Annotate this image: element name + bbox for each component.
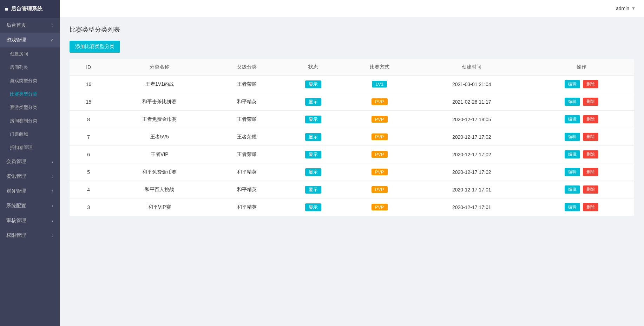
table-header: ID 分类名称 父级分类 状态 比赛方式 创建时间 操作: [70, 59, 634, 76]
cell-name: 王者VIP: [107, 146, 211, 163]
cell-status: 显示: [282, 163, 344, 181]
sidebar-submenu-label: 游戏类型分类: [10, 78, 37, 83]
sidebar-item-coupons[interactable]: 折扣卷管理: [0, 141, 60, 154]
edit-button[interactable]: 编辑: [565, 168, 580, 176]
sidebar-item-game-mgmt[interactable]: 游戏管理 ∨: [0, 33, 60, 47]
cell-status: 显示: [282, 198, 344, 216]
cell-created: 2020-12-17 18:05: [415, 111, 529, 128]
edit-button[interactable]: 编辑: [565, 80, 580, 88]
sidebar-submenu-label: 比赛类型分类: [10, 91, 37, 97]
sidebar-item-label: 财务管理: [6, 188, 26, 194]
sidebar-item-create-room[interactable]: 创建房间: [0, 47, 60, 61]
status-badge: 显示: [305, 168, 321, 176]
cell-name: 和平免费金币赛: [107, 163, 211, 181]
cell-name: 王者1V1约战: [107, 76, 211, 93]
mode-badge: PVP: [372, 133, 388, 140]
edit-button[interactable]: 编辑: [565, 185, 580, 194]
table-row: 6 王者VIP 王者荣耀 显示 PVP 2020-12-17 17:02 编辑 …: [70, 146, 634, 163]
cell-parent: 王者荣耀: [211, 76, 282, 93]
page-title: 比赛类型分类列表: [70, 25, 634, 34]
sidebar-submenu-label: 门票商城: [10, 131, 28, 137]
cell-id: 15: [70, 93, 107, 111]
cell-parent: 和平精英: [211, 181, 282, 198]
cell-id: 7: [70, 128, 107, 146]
mode-badge: 1V1: [372, 81, 387, 87]
sidebar-submenu-label: 房间赛制分类: [10, 118, 37, 123]
delete-button[interactable]: 删除: [583, 150, 598, 158]
cell-id: 16: [70, 76, 107, 93]
sidebar-submenu-label: 赛游类型分类: [10, 105, 37, 110]
cell-parent: 和平精英: [211, 93, 282, 111]
user-menu[interactable]: admin ▼: [616, 6, 636, 11]
cell-action: 编辑 删除: [529, 128, 634, 146]
sidebar-item-info-mgmt[interactable]: 资讯管理 ›: [0, 169, 60, 184]
chevron-right-icon: ›: [52, 233, 53, 238]
cell-status: 显示: [282, 76, 344, 93]
edit-button[interactable]: 编辑: [565, 150, 580, 158]
cell-name: 和平百人挑战: [107, 181, 211, 198]
sidebar-item-game-type[interactable]: 游戏类型分类: [0, 74, 60, 87]
sidebar-item-member-mgmt[interactable]: 会员管理 ›: [0, 154, 60, 169]
status-badge: 显示: [305, 80, 321, 88]
edit-button[interactable]: 编辑: [565, 115, 580, 123]
delete-button[interactable]: 删除: [583, 133, 598, 141]
header: admin ▼: [60, 0, 644, 17]
col-mode: 比赛方式: [344, 59, 415, 76]
cell-action: 编辑 删除: [529, 93, 634, 111]
cell-action: 编辑 删除: [529, 181, 634, 198]
sidebar-item-room-mode[interactable]: 赛游类型分类: [0, 101, 60, 114]
mode-badge: PVP: [372, 116, 388, 123]
table-row: 16 王者1V1约战 王者荣耀 显示 1V1 2021-03-01 21:04 …: [70, 76, 634, 93]
cell-name: 王者5V5: [107, 128, 211, 146]
sidebar-item-home[interactable]: 后台首页 ›: [0, 18, 60, 33]
table-row: 3 和平VIP赛 和平精英 显示 PVP 2020-12-17 17:01 编辑…: [70, 198, 634, 216]
sidebar-item-tickets[interactable]: 门票商城: [0, 128, 60, 141]
delete-button[interactable]: 删除: [583, 80, 598, 88]
cell-parent: 和平精英: [211, 198, 282, 216]
sidebar-submenu-label: 房间列表: [10, 65, 28, 70]
delete-button[interactable]: 删除: [583, 98, 598, 106]
cell-status: 显示: [282, 128, 344, 146]
cell-status: 显示: [282, 181, 344, 198]
match-type-table: ID 分类名称 父级分类 状态 比赛方式 创建时间 操作 16 王者1V1约战 …: [70, 59, 634, 216]
sidebar-item-match-type[interactable]: 比赛类型分类: [0, 87, 60, 101]
col-parent: 父级分类: [211, 59, 282, 76]
delete-button[interactable]: 删除: [583, 115, 598, 123]
sidebar-item-system-config[interactable]: 系统配置 ›: [0, 198, 60, 213]
chevron-right-icon: ›: [52, 203, 53, 208]
sidebar-item-audit-mgmt[interactable]: 审核管理 ›: [0, 213, 60, 228]
chevron-right-icon: ›: [52, 189, 53, 194]
edit-button[interactable]: 编辑: [565, 98, 580, 106]
app-title: 后台管理系统: [11, 6, 42, 12]
cell-status: 显示: [282, 111, 344, 128]
sidebar-item-permission-mgmt[interactable]: 权限管理 ›: [0, 228, 60, 243]
sidebar-item-label: 游戏管理: [6, 37, 26, 43]
chevron-right-icon: ›: [52, 159, 53, 164]
cell-mode: PVP: [344, 111, 415, 128]
col-action: 操作: [529, 59, 634, 76]
add-match-type-button[interactable]: 添加比赛类型分类: [70, 41, 120, 53]
cell-created: 2021-02-28 11:17: [415, 93, 529, 111]
sidebar-submenu-label: 折扣卷管理: [10, 145, 33, 150]
sidebar-item-label: 资讯管理: [6, 173, 26, 180]
content-area: 比赛类型分类列表 添加比赛类型分类 ID 分类名称 父级分类 状态 比赛方式 创…: [60, 17, 644, 326]
col-status: 状态: [282, 59, 344, 76]
edit-button[interactable]: 编辑: [565, 203, 580, 211]
cell-action: 编辑 删除: [529, 198, 634, 216]
mode-badge: PVP: [372, 98, 388, 105]
chevron-right-icon: ›: [52, 174, 53, 179]
chevron-right-icon: ›: [52, 23, 53, 28]
sidebar-item-room-system[interactable]: 房间赛制分类: [0, 114, 60, 128]
data-table-container: ID 分类名称 父级分类 状态 比赛方式 创建时间 操作 16 王者1V1约战 …: [70, 59, 634, 216]
cell-name: 和平VIP赛: [107, 198, 211, 216]
delete-button[interactable]: 删除: [583, 185, 598, 194]
edit-button[interactable]: 编辑: [565, 133, 580, 141]
delete-button[interactable]: 删除: [583, 203, 598, 211]
cell-id: 8: [70, 111, 107, 128]
sidebar-item-label: 审核管理: [6, 217, 26, 224]
sidebar-item-finance-mgmt[interactable]: 财务管理 ›: [0, 184, 60, 198]
sidebar-item-room-list[interactable]: 房间列表: [0, 61, 60, 74]
cell-name: 王者免费金币赛: [107, 111, 211, 128]
sidebar-submenu-label: 创建房间: [10, 51, 28, 57]
delete-button[interactable]: 删除: [583, 168, 598, 176]
